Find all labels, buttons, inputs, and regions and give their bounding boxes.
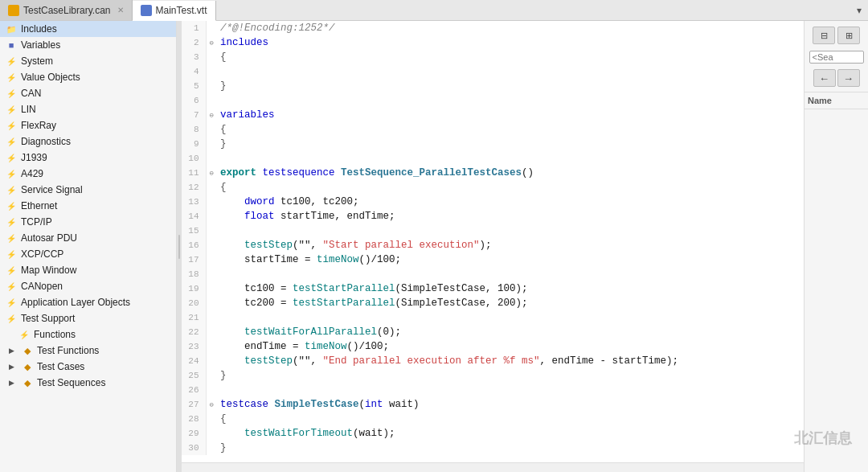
sx-lin-icon: ⚡ [5, 103, 18, 116]
sidebar-item-diagnostics-label: Diagnostics [21, 136, 71, 147]
code-cell-11[interactable]: export testsequence TestSequence_Paralle… [217, 166, 804, 180]
sx-ethernet-icon: ⚡ [5, 199, 18, 212]
code-cell-19[interactable]: tc100 = testStartParallel(SimpleTestCase… [217, 281, 804, 296]
sidebar-item-ethernet[interactable]: ⚡ Ethernet [0, 198, 176, 214]
code-cell-16[interactable]: testStep("", "Start parallel execution")… [217, 238, 804, 252]
code-line-24: 24 testStep("", "End parallel execution … [182, 354, 804, 368]
code-cell-27[interactable]: testcase SimpleTestCase(int wait) [217, 397, 804, 412]
fold-14 [206, 209, 217, 224]
tab-bar: TestCaseLibrary.can ✕ MainTest.vtt ▾ [0, 0, 868, 21]
fold-3 [206, 50, 217, 64]
code-cell-7[interactable]: variables [217, 108, 804, 122]
fold-27[interactable]: ⊖ [206, 397, 217, 412]
line-num-4: 4 [182, 64, 206, 79]
right-search-input[interactable] [809, 51, 864, 64]
sidebar-item-test-support[interactable]: ⚡ Test Support [0, 310, 176, 326]
code-cell-4[interactable] [217, 64, 804, 79]
sidebar-item-xcpccp[interactable]: ⚡ XCP/CCP [0, 246, 176, 262]
code-cell-3[interactable]: { [217, 50, 804, 64]
code-cell-15[interactable] [217, 224, 804, 238]
code-cell-9[interactable]: } [217, 137, 804, 151]
sidebar-item-map-window[interactable]: ⚡ Map Window [0, 262, 176, 278]
sidebar-item-app-layer-objects[interactable]: ⚡ Application Layer Objects [0, 294, 176, 310]
code-line-7: 7 ⊖ variables [182, 108, 804, 122]
right-toolbar-icon-btn-2[interactable]: ⊞ [837, 27, 860, 44]
fold-8 [206, 122, 217, 137]
sidebar-item-test-cases[interactable]: ▶ ◆ Test Cases [0, 359, 176, 375]
code-cell-25[interactable]: } [217, 368, 804, 383]
line-num-12: 12 [182, 180, 206, 195]
sidebar-item-can[interactable]: ⚡ CAN [0, 85, 176, 101]
sidebar-item-service-signal[interactable]: ⚡ Service Signal [0, 182, 176, 198]
fold-7[interactable]: ⊖ [206, 108, 217, 122]
code-cell-2[interactable]: includes [217, 35, 804, 50]
sidebar-item-j1939[interactable]: ⚡ J1939 [0, 150, 176, 166]
right-toolbar-icon-btn-1[interactable]: ⊟ [813, 27, 835, 44]
right-nav-fwd-btn[interactable]: → [837, 69, 860, 87]
sidebar-item-a429[interactable]: ⚡ A429 [0, 166, 176, 182]
code-cell-24[interactable]: testStep("", "End parallel execution aft… [217, 354, 804, 368]
sidebar-item-canopen[interactable]: ⚡ CANopen [0, 278, 176, 294]
sidebar-item-test-sequences[interactable]: ▶ ◆ Test Sequences [0, 375, 176, 391]
sidebar-item-flexray[interactable]: ⚡ FlexRay [0, 117, 176, 133]
fold-20 [206, 296, 217, 310]
code-cell-17[interactable]: startTime = timeNow()/100; [217, 252, 804, 267]
line-num-29: 29 [182, 426, 206, 441]
sx-diagnostics-icon: ⚡ [5, 135, 18, 148]
code-cell-20[interactable]: tc200 = testStartParallel(SimpleTestCase… [217, 296, 804, 310]
sidebar-item-test-functions[interactable]: ▶ ◆ Test Functions [0, 343, 176, 359]
line-num-26: 26 [182, 383, 206, 397]
right-panel-name-header: Name [805, 92, 868, 109]
code-line-6: 6 [182, 93, 804, 108]
code-cell-12[interactable]: { [217, 180, 804, 195]
tab-dropdown-arrow[interactable]: ▾ [850, 5, 868, 16]
code-cell-5[interactable]: } [217, 79, 804, 93]
code-cell-14[interactable]: float startTime, endTime; [217, 209, 804, 224]
right-nav-back-btn[interactable]: ← [813, 69, 836, 87]
sidebar-item-functions[interactable]: ⚡ Functions [0, 326, 176, 343]
main-area: 📁 Includes ■ Variables ⚡ System ⚡ Value … [0, 21, 868, 472]
code-line-30: 30 } [182, 441, 804, 455]
sidebar-item-variables[interactable]: ■ Variables [0, 37, 176, 53]
tab-maintest[interactable]: MainTest.vtt [133, 1, 216, 21]
code-cell-23[interactable]: endTime = timeNow()/100; [217, 339, 804, 354]
line-num-14: 14 [182, 209, 206, 224]
code-cell-18[interactable] [217, 267, 804, 281]
code-cell-8[interactable]: { [217, 122, 804, 137]
tab-testcaselibrary[interactable]: TestCaseLibrary.can ✕ [0, 0, 133, 20]
code-line-29: 29 testWaitForTimeout(wait); [182, 426, 804, 441]
vtt-file-icon [141, 5, 152, 16]
editor-horizontal-scrollbar[interactable] [182, 462, 804, 472]
code-cell-30[interactable]: } [217, 441, 804, 455]
sidebar-item-test-cases-label: Test Cases [37, 361, 84, 372]
fold-2[interactable]: ⊖ [206, 35, 217, 50]
line-num-17: 17 [182, 252, 206, 267]
line-num-13: 13 [182, 195, 206, 209]
code-cell-29[interactable]: testWaitForTimeout(wait); [217, 426, 804, 441]
sidebar-item-lin[interactable]: ⚡ LIN [0, 101, 176, 117]
code-cell-6[interactable] [217, 93, 804, 108]
line-num-19: 19 [182, 281, 206, 296]
sidebar-item-value-objects[interactable]: ⚡ Value Objects [0, 69, 176, 85]
fold-16 [206, 238, 217, 252]
code-cell-22[interactable]: testWaitForAllParallel(0); [217, 325, 804, 339]
code-cell-1[interactable]: /*@!Encoding:1252*/ [217, 21, 804, 35]
line-num-7: 7 [182, 108, 206, 122]
sidebar-item-includes[interactable]: 📁 Includes [0, 21, 176, 37]
fold-22 [206, 325, 217, 339]
sidebar-item-tcpip[interactable]: ⚡ TCP/IP [0, 214, 176, 230]
sidebar-item-diagnostics[interactable]: ⚡ Diagnostics [0, 133, 176, 150]
code-line-8: 8 { [182, 122, 804, 137]
editor-content[interactable]: 1 /*@!Encoding:1252*/ 2 ⊖ includes 3 [182, 21, 804, 462]
sidebar-item-system[interactable]: ⚡ System [0, 53, 176, 69]
code-cell-21[interactable] [217, 310, 804, 325]
line-num-16: 16 [182, 238, 206, 252]
code-cell-10[interactable] [217, 151, 804, 166]
code-cell-28[interactable]: { [217, 412, 804, 426]
fold-11[interactable]: ⊖ [206, 166, 217, 180]
code-cell-13[interactable]: dword tc100, tc200; [217, 195, 804, 209]
code-cell-26[interactable] [217, 383, 804, 397]
sidebar-item-autosar-pdu[interactable]: ⚡ Autosar PDU [0, 230, 176, 246]
line-num-11: 11 [182, 166, 206, 180]
tab-testcaselibrary-close[interactable]: ✕ [117, 6, 124, 14]
